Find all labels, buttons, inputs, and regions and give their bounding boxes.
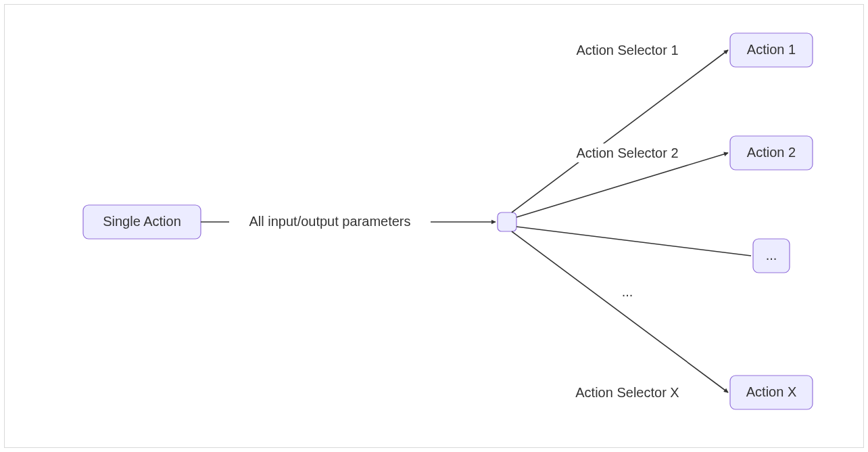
edge-selector-x: Action Selector X [512,231,728,402]
svg-line-12 [516,227,751,256]
node-hub [498,212,516,231]
node-action-x-label: Action X [746,384,796,399]
edge-selector-2-label: Action Selector 2 [576,145,678,160]
edge-input-output: All input/output parameters [201,212,496,230]
node-ellipsis: ... [753,239,790,273]
edge-selector-ellipsis: ... [516,227,751,301]
edge-selector-2: Action Selector 2 [516,143,728,217]
edge-selector-x-label: Action Selector X [575,385,679,400]
node-single-action: Single Action [83,205,201,239]
diagram-svg: Single Action All input/output parameter… [5,5,863,447]
node-single-action-label: Single Action [103,214,181,229]
node-action-2: Action 2 [730,136,813,170]
edge-input-output-label: All input/output parameters [249,214,410,229]
node-action-2-label: Action 2 [747,145,796,160]
node-ellipsis-label: ... [766,248,777,263]
svg-line-8 [512,50,728,212]
node-action-x: Action X [730,376,813,409]
edge-selector-ellipsis-label: ... [622,284,633,299]
svg-line-14 [512,231,728,392]
node-action-1-label: Action 1 [747,42,796,57]
edge-selector-1: Action Selector 1 [512,41,728,212]
svg-rect-1 [498,212,516,231]
edge-selector-1-label: Action Selector 1 [576,43,678,58]
node-action-1: Action 1 [730,33,813,67]
diagram-frame: Single Action All input/output parameter… [4,4,864,448]
